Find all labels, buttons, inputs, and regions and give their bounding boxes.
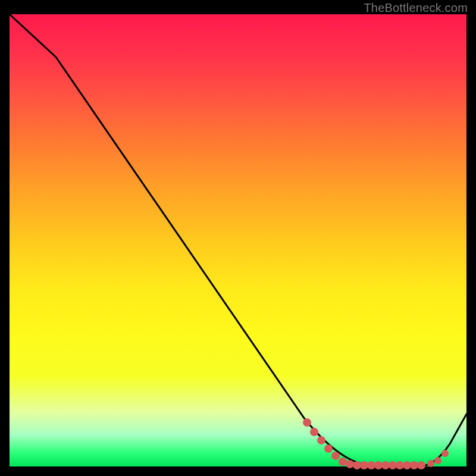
svg-point-4 [331,452,340,460]
bottleneck-curve [10,14,466,465]
svg-point-8 [360,461,368,469]
svg-point-9 [367,461,375,469]
svg-point-5 [339,458,347,466]
svg-point-3 [324,444,333,453]
svg-point-15 [410,461,418,469]
svg-point-11 [381,461,390,469]
svg-point-18 [434,457,441,464]
svg-point-1 [310,428,318,436]
svg-point-19 [441,450,449,457]
svg-point-10 [374,461,383,469]
curve-layer [10,14,466,466]
svg-point-13 [396,461,404,469]
svg-point-14 [403,461,411,469]
plot-area [10,14,466,466]
svg-point-17 [427,460,434,467]
watermark-text: TheBottleneck.com [364,1,468,15]
highlight-dots [303,418,449,469]
svg-point-12 [389,461,397,469]
chart-container: TheBottleneck.com [0,0,476,476]
svg-point-16 [417,461,425,469]
svg-point-7 [353,461,361,469]
svg-point-2 [317,436,325,444]
svg-point-0 [303,418,311,427]
svg-point-6 [346,460,354,468]
